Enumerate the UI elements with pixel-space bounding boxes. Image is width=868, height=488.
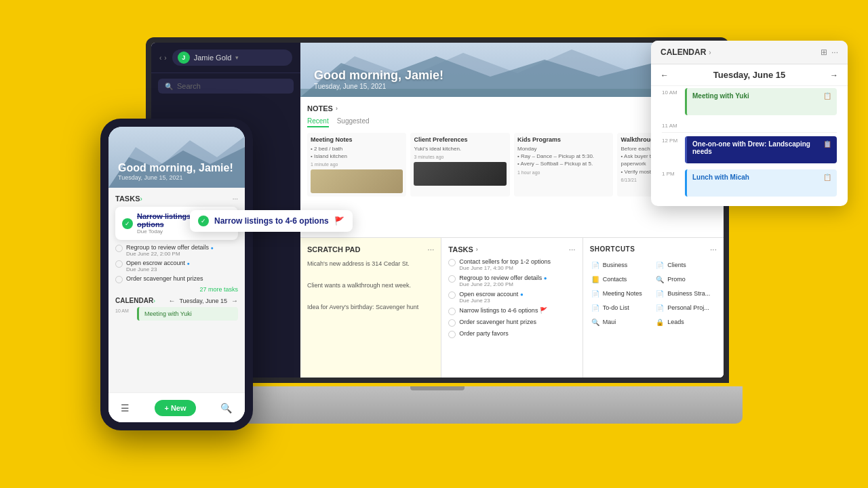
task-tooltip: ✓ Narrow listings to 4-6 options 🚩	[190, 210, 353, 232]
shortcuts-menu[interactable]: ···	[710, 245, 717, 254]
phone-fab-button[interactable]: + New	[155, 400, 195, 416]
shortcut-icon-leads: 🔒	[656, 319, 664, 326]
shortcut-todo[interactable]: 📄 To-do List	[590, 302, 652, 314]
phone-task-meta-1: Due June 22, 2:00 PM	[126, 251, 214, 257]
shortcut-icon-business: 📄	[591, 262, 599, 269]
phone-cal-next[interactable]: →	[231, 297, 238, 304]
task-item-6[interactable]: Order party favors	[448, 330, 575, 338]
calendar-event-drew[interactable]: One-on-one with Drew: Landscaping needs …	[685, 136, 837, 163]
task-text-2: Regroup to review offer details ●	[459, 274, 547, 281]
task-checkbox-3[interactable]	[448, 291, 456, 299]
time-label-10am: 10 AM	[662, 89, 681, 96]
calendar-event-micah[interactable]: Lunch with Micah 📋	[685, 169, 837, 197]
phone-task-row-2[interactable]: Open escrow account ● Due June 23	[115, 260, 238, 272]
calendar-arrow[interactable]: ›	[709, 49, 711, 56]
phone-cal-arrow[interactable]: ›	[153, 298, 155, 304]
nav-back-button[interactable]: ‹	[159, 54, 161, 62]
phone-task-text-1: Regroup to review offer details ●	[126, 244, 214, 251]
event-title-yuki: Meeting with Yuki	[692, 92, 749, 100]
nav-forward-button[interactable]: ›	[164, 54, 166, 62]
phone-tasks-menu[interactable]: ···	[233, 195, 238, 203]
shortcut-meeting-notes[interactable]: 📄 Meeting Notes	[590, 288, 652, 300]
shortcut-personal[interactable]: 📄 Personal Proj...	[654, 302, 717, 314]
task-item-5[interactable]: Order scavenger hunt prizes	[448, 319, 575, 327]
time-label-1pm: 1 PM	[662, 171, 681, 177]
note-title-3: Kids Programs	[517, 136, 610, 143]
event-icon-micah: 📋	[823, 174, 831, 181]
task-checkbox-2[interactable]	[448, 275, 456, 283]
shortcut-icon-business-stra: 📄	[656, 290, 664, 298]
note-card-3[interactable]: Kids Programs Monday• Ray – Dance – Pick…	[514, 133, 614, 197]
task-item-4[interactable]: Narrow listings to 4-6 options 🚩	[448, 307, 575, 315]
calendar-event-yuki[interactable]: Meeting with Yuki 📋	[685, 88, 837, 115]
note-title-2: Client Preferences	[414, 136, 507, 143]
phone-task-meta-2: Due June 23	[126, 266, 190, 272]
note-snippet-2: Yuki's ideal kitchen.	[414, 145, 507, 152]
shortcut-icon-contacts: 📒	[591, 276, 599, 283]
tab-recent[interactable]: Recent	[307, 117, 329, 127]
phone-task-row-1[interactable]: Regroup to review offer details ● Due Ju…	[115, 244, 238, 257]
shortcut-icon-clients: 📄	[656, 262, 664, 269]
phone-container: Good morning, Jamie! Tuesday, June 15, 2…	[100, 119, 253, 430]
note-card-1[interactable]: Meeting Notes • 2 bed / bath• Island kit…	[307, 133, 406, 197]
task-text-4: Narrow listings to 4-6 options 🚩	[459, 307, 547, 314]
phone-task-circle-3[interactable]	[115, 276, 123, 283]
phone-date: Tuesday, June 15, 2021	[118, 174, 233, 181]
tasks-arrow[interactable]: ›	[476, 246, 478, 253]
task-text-3: Open escrow account ●	[459, 291, 523, 298]
note-card-2[interactable]: Client Preferences Yuki's ideal kitchen.…	[410, 133, 510, 197]
phone-cal-event-yuki[interactable]: Meeting with Yuki	[137, 307, 238, 321]
phone-more-tasks[interactable]: 27 more tasks	[115, 286, 238, 293]
phone-search-button[interactable]: 🔍	[220, 403, 232, 413]
phone-task-row-3[interactable]: Order scavenger hunt prizes	[115, 275, 238, 283]
user-pill[interactable]: J Jamie Gold ▾	[172, 49, 292, 66]
phone-cal-prev[interactable]: ←	[168, 297, 175, 304]
search-bar[interactable]: 🔍 Search	[158, 79, 294, 94]
task-checkbox-5[interactable]	[448, 319, 456, 327]
phone-cal-title: CALENDAR	[115, 297, 153, 304]
task-item-1[interactable]: Contact sellers for top 1-2 options Due …	[448, 258, 575, 271]
shortcut-contacts[interactable]: 📒 Contacts	[590, 274, 652, 285]
note-snippet-1: • 2 bed / bath• Island kitchen	[311, 145, 403, 160]
shortcut-icon-promo: 🔍	[656, 276, 664, 283]
phone-menu-button[interactable]: ☰	[121, 403, 130, 413]
avatar: J	[178, 52, 190, 64]
shortcut-promo[interactable]: 🔍 Promo	[654, 274, 717, 285]
notes-arrow[interactable]: ›	[336, 105, 338, 112]
task-text-1: Contact sellers for top 1-2 options	[459, 258, 551, 265]
phone-tasks-arrow[interactable]: ›	[140, 195, 142, 203]
shortcuts-widget: SHORTCUTS ··· 📄 Business 📄	[583, 238, 724, 378]
shortcut-clients[interactable]: 📄 Clients	[654, 260, 717, 271]
tasks-menu[interactable]: ···	[569, 245, 576, 254]
task-checkbox-6[interactable]	[448, 331, 456, 338]
scratch-pad-menu[interactable]: ···	[427, 245, 434, 254]
phone-cal-date: Tuesday, June 15	[179, 298, 227, 304]
calendar-prev-button[interactable]: ←	[660, 70, 669, 80]
tab-suggested[interactable]: Suggested	[337, 117, 370, 127]
search-placeholder: Search	[177, 82, 201, 90]
time-label-12pm: 12 PM	[662, 138, 681, 144]
calendar-menu-button[interactable]: ···	[831, 47, 838, 57]
task-checkbox-1[interactable]	[448, 259, 456, 266]
shortcut-icon-meeting-notes: 📄	[591, 290, 599, 298]
scratch-pad-text[interactable]: Micah's new address is 314 Cedar St. Cli…	[307, 258, 434, 313]
note-time-1: 1 minute ago	[311, 162, 403, 167]
phone-task-text-2: Open escrow account ●	[126, 260, 190, 266]
shortcut-label-personal: Personal Proj...	[667, 304, 709, 311]
shortcut-business[interactable]: 📄 Business	[590, 260, 652, 271]
shortcut-maui[interactable]: 🔍 Maui	[590, 317, 652, 328]
task-checkbox-4[interactable]	[448, 308, 456, 315]
calendar-add-button[interactable]: ⊞	[821, 47, 827, 57]
task-item-3[interactable]: Open escrow account ● Due June 23	[448, 291, 575, 304]
shortcut-leads[interactable]: 🔒 Leads	[654, 317, 717, 328]
phone-task-circle-1[interactable]	[115, 245, 123, 252]
tooltip-task-text: Narrow listings to 4-6 options	[214, 216, 329, 226]
phone-task-circle-2[interactable]	[115, 260, 123, 268]
tasks-widget: TASKS › ··· Contact seller	[441, 238, 582, 378]
task-item-2[interactable]: Regroup to review offer details ● Due Ju…	[448, 274, 575, 287]
phone-greeting: Good morning, Jamie!	[118, 162, 233, 174]
task-due-3: Due June 23	[459, 298, 523, 304]
calendar-panel: CALENDAR › ⊞ ··· ← Tuesday, June 15 → 10…	[651, 41, 848, 206]
calendar-next-button[interactable]: →	[830, 70, 838, 80]
shortcut-business-stra[interactable]: 📄 Business Stra...	[654, 288, 717, 300]
